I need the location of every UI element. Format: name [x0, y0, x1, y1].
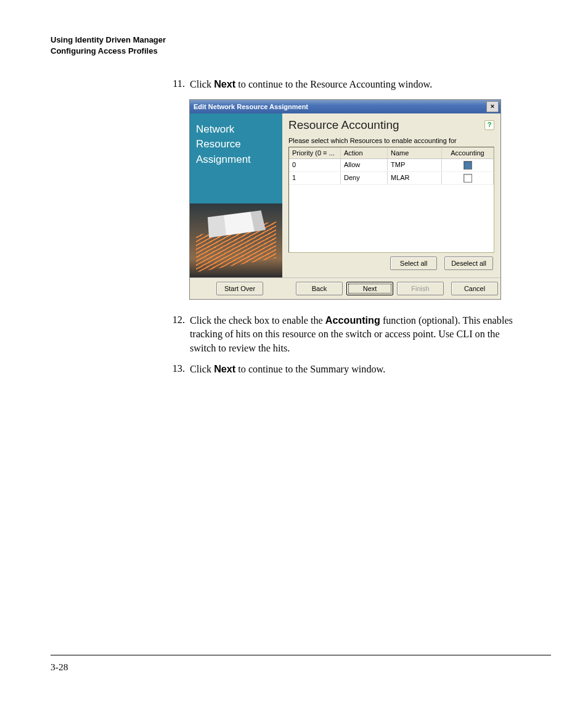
col-name[interactable]: Name — [388, 147, 442, 158]
panel-subtitle: Please select which Resources to enable … — [288, 137, 494, 144]
header-line1: Using Identity Driven Manager — [51, 35, 551, 46]
col-action[interactable]: Action — [341, 147, 388, 158]
step-num: 13. — [166, 362, 185, 377]
table-row[interactable]: 1 Deny MLAR — [289, 172, 494, 185]
dialog-title: Edit Network Resource Assignment — [194, 103, 308, 110]
page-footer: 3-28 — [51, 655, 551, 673]
close-icon: × — [491, 102, 494, 110]
step-body: Click the check box to enable the Accoun… — [190, 313, 526, 356]
back-button[interactable]: Back — [296, 282, 343, 295]
step-num: 11. — [166, 77, 185, 92]
next-button[interactable]: Next — [346, 282, 393, 295]
dialog-titlebar[interactable]: Edit Network Resource Assignment × — [190, 100, 500, 113]
select-all-button[interactable]: Select all — [390, 257, 437, 270]
table-row[interactable]: 0 Allow TMP — [289, 159, 494, 172]
step-num: 12. — [166, 313, 185, 356]
step-11: 11. Click Next to continue to the Resour… — [166, 77, 526, 92]
step-body: Click Next to continue to the Summary wi… — [190, 362, 526, 377]
resource-table: Priority (0 = ... Action Name Accounting… — [288, 147, 494, 253]
start-over-button[interactable]: Start Over — [216, 282, 263, 295]
col-accounting[interactable]: Accounting — [442, 147, 494, 158]
wizard-label: Network Resource Assignment — [190, 113, 282, 203]
header-line2: Configuring Access Profiles — [51, 46, 551, 57]
wizard-side-panel: Network Resource Assignment — [190, 113, 282, 277]
panel-title: Resource Accounting — [288, 118, 399, 132]
cancel-button[interactable]: Cancel — [451, 282, 498, 295]
table-header: Priority (0 = ... Action Name Accounting — [289, 147, 494, 159]
finish-button: Finish — [397, 282, 444, 295]
wizard-image — [190, 203, 282, 277]
step-body: Click Next to continue to the Resource A… — [190, 77, 526, 92]
deselect-all-button[interactable]: Deselect all — [444, 257, 493, 270]
step-12: 12. Click the check box to enable the Ac… — [166, 313, 526, 356]
footer-rule — [51, 655, 551, 655]
accounting-checkbox[interactable] — [463, 174, 472, 183]
page-header: Using Identity Driven Manager Configurin… — [51, 35, 551, 56]
help-icon[interactable]: ? — [484, 120, 494, 130]
accounting-checkbox[interactable] — [463, 161, 472, 170]
page-number: 3-28 — [51, 662, 551, 673]
col-priority[interactable]: Priority (0 = ... — [289, 147, 341, 158]
dialog-screenshot: Edit Network Resource Assignment × Netwo… — [189, 99, 501, 300]
step-13: 13. Click Next to continue to the Summar… — [166, 362, 526, 377]
close-button[interactable]: × — [486, 101, 499, 112]
